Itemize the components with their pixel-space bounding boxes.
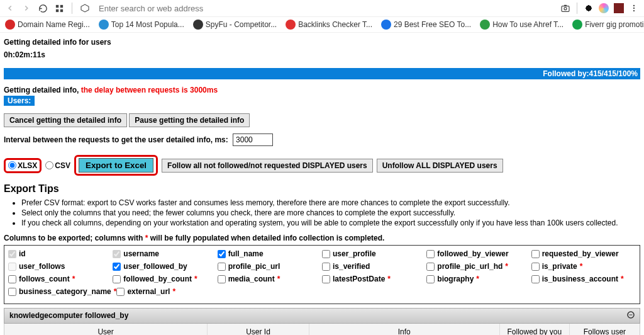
svg-rect-3 bbox=[60, 9, 62, 11]
bookmark-item[interactable]: SpyFu - Competitor... bbox=[193, 20, 277, 30]
column-option[interactable]: profile_pic_url bbox=[218, 262, 322, 271]
column-checkbox[interactable] bbox=[218, 250, 226, 258]
column-option[interactable]: is_verified bbox=[322, 262, 426, 271]
column-option[interactable]: user_follows bbox=[8, 262, 113, 271]
browser-toolbar bbox=[0, 0, 644, 17]
bookmark-item[interactable]: Top 14 Most Popula... bbox=[99, 20, 184, 30]
collapse-icon[interactable] bbox=[627, 311, 635, 321]
column-label: external_url bbox=[127, 287, 170, 296]
column-option[interactable]: followed_by_viewer bbox=[426, 249, 531, 258]
bookmark-icon bbox=[480, 20, 490, 30]
column-checkbox[interactable] bbox=[426, 263, 435, 271]
column-option[interactable]: full_name bbox=[218, 249, 322, 258]
svg-point-7 bbox=[633, 8, 635, 9]
apps-icon[interactable] bbox=[54, 3, 64, 13]
follow-all-button[interactable]: Follow all not followed/not requested DI… bbox=[162, 159, 373, 173]
column-option[interactable]: is_private* bbox=[531, 262, 636, 271]
column-checkbox[interactable] bbox=[322, 263, 330, 271]
bookmark-icon bbox=[193, 20, 203, 30]
column-label: biography bbox=[437, 275, 474, 283]
column-checkbox[interactable] bbox=[116, 288, 125, 296]
bookmark-item[interactable]: Domain Name Regi... bbox=[5, 20, 90, 30]
column-option[interactable]: biography* bbox=[426, 275, 531, 283]
column-label: followed_by_viewer bbox=[437, 249, 508, 258]
required-star: * bbox=[172, 287, 175, 296]
bookmark-label: How To use Ahref T... bbox=[492, 20, 564, 29]
table-header-cell: User Id bbox=[208, 324, 309, 335]
interval-input[interactable] bbox=[233, 133, 273, 146]
column-checkbox[interactable] bbox=[426, 250, 435, 258]
required-star: * bbox=[72, 275, 75, 283]
pause-button[interactable]: Pause getting the detailed info bbox=[129, 113, 250, 127]
ext-icon-2[interactable] bbox=[599, 3, 609, 13]
column-option[interactable]: username bbox=[113, 249, 217, 258]
unfollow-all-button[interactable]: Unfollow ALL DISPLAYED users bbox=[377, 159, 503, 173]
column-checkbox[interactable] bbox=[218, 275, 226, 283]
column-option[interactable]: profile_pic_url_hd* bbox=[426, 262, 531, 271]
table-header-row: UserUser IdInfoFollowed by youFollows us… bbox=[4, 324, 640, 335]
bookmark-item[interactable]: 29 Best Free SEO To... bbox=[381, 20, 471, 30]
column-label: followed_by_count bbox=[123, 275, 192, 283]
bookmark-label: Backlinks Checker T... bbox=[298, 20, 372, 29]
bookmark-label: Top 14 Most Popula... bbox=[111, 20, 184, 29]
column-option[interactable]: business_category_name* bbox=[8, 287, 116, 296]
bookmark-icon bbox=[572, 20, 582, 30]
column-checkbox bbox=[8, 250, 16, 258]
table-header-cell: User bbox=[4, 324, 208, 335]
reload-icon[interactable] bbox=[38, 3, 48, 13]
forward-icon[interactable] bbox=[21, 3, 31, 13]
column-checkbox[interactable] bbox=[113, 263, 121, 271]
columns-row: user_followsuser_followed_byprofile_pic_… bbox=[8, 262, 636, 271]
format-xlsx-radio[interactable] bbox=[8, 161, 16, 169]
delay-prefix: Getting detailed info, bbox=[4, 86, 81, 94]
export-tips-heading: Export Tips bbox=[4, 183, 640, 195]
required-star: * bbox=[505, 262, 508, 271]
column-checkbox[interactable] bbox=[531, 263, 540, 271]
column-option[interactable]: external_url* bbox=[116, 287, 220, 296]
extension-icon[interactable] bbox=[80, 3, 90, 13]
column-checkbox[interactable] bbox=[8, 288, 16, 296]
address-input[interactable] bbox=[96, 4, 554, 13]
table-header-cell: Follows user bbox=[570, 324, 640, 335]
column-checkbox[interactable] bbox=[531, 250, 540, 258]
column-checkbox[interactable] bbox=[531, 275, 540, 283]
column-checkbox[interactable] bbox=[426, 275, 435, 283]
export-button[interactable]: Export to Excel bbox=[79, 158, 153, 173]
bookmark-item[interactable]: Backlinks Checker T... bbox=[286, 20, 372, 30]
back-icon[interactable] bbox=[5, 3, 15, 13]
column-label: is_business_account bbox=[542, 275, 618, 283]
column-option[interactable]: is_business_account* bbox=[531, 275, 636, 283]
table-header-cell: Followed by you bbox=[500, 324, 570, 335]
column-option[interactable]: id bbox=[8, 249, 113, 258]
format-csv-radio[interactable] bbox=[45, 161, 53, 169]
ext-icon-3[interactable] bbox=[614, 3, 624, 13]
cancel-button[interactable]: Cancel getting the detailed info bbox=[4, 113, 127, 127]
camera-icon[interactable] bbox=[560, 3, 570, 13]
bookmark-label: SpyFu - Competitor... bbox=[206, 20, 277, 29]
column-label: follows_count bbox=[19, 275, 70, 283]
column-option[interactable]: requested_by_viewer bbox=[531, 249, 636, 258]
separator bbox=[72, 3, 72, 14]
menu-dots-icon[interactable] bbox=[629, 3, 639, 13]
column-option[interactable]: user_profile bbox=[322, 249, 426, 258]
column-checkbox[interactable] bbox=[113, 275, 121, 283]
required-star: * bbox=[580, 262, 583, 271]
column-label: is_verified bbox=[333, 262, 370, 271]
column-checkbox[interactable] bbox=[8, 275, 16, 283]
bookmark-item[interactable]: Fiverr gig promotio... bbox=[572, 20, 644, 30]
ext-icon-1[interactable] bbox=[584, 3, 594, 13]
column-label: id bbox=[19, 249, 26, 258]
column-checkbox[interactable] bbox=[218, 263, 226, 271]
column-checkbox[interactable] bbox=[322, 250, 330, 258]
column-label: user_followed_by bbox=[123, 262, 187, 271]
column-option[interactable]: latestPostDate* bbox=[322, 275, 426, 283]
required-star: * bbox=[387, 275, 391, 283]
column-option[interactable]: followed_by_count* bbox=[113, 275, 217, 283]
column-option[interactable]: user_followed_by bbox=[113, 262, 217, 271]
column-option[interactable]: media_count* bbox=[218, 275, 322, 283]
bookmark-label: Fiverr gig promotio... bbox=[585, 20, 644, 29]
bookmark-item[interactable]: How To use Ahref T... bbox=[480, 20, 564, 30]
column-option[interactable]: follows_count* bbox=[8, 275, 113, 283]
progress-bar: Followed by:415/415/100% bbox=[4, 68, 640, 79]
column-checkbox[interactable] bbox=[322, 275, 330, 283]
